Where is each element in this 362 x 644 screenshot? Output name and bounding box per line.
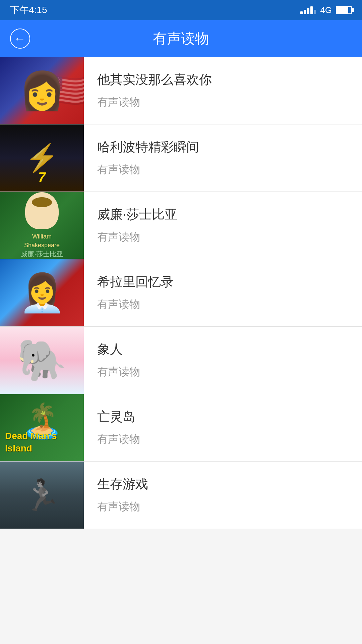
back-arrow-icon: ← [14, 33, 26, 45]
list-item[interactable]: William Shakespeare 威廉·莎士比亚 威廉·莎士比亚 有声读物 [0, 192, 362, 259]
item-title: 希拉里回忆录 [97, 274, 352, 290]
item-info: 生存游戏 有声读物 [84, 462, 362, 529]
item-title: 他其实没那么喜欢你 [97, 71, 352, 88]
item-title: 哈利波特精彩瞬间 [97, 139, 352, 155]
item-info: 哈利波特精彩瞬间 有声读物 [84, 124, 362, 192]
shakespeare-subtitle: 威廉·莎士比亚 [21, 250, 63, 259]
deadman-label: Dead Man's Island [5, 430, 57, 454]
item-thumbnail [0, 259, 84, 326]
status-time: 下午4:15 [10, 4, 47, 16]
item-thumbnail [0, 327, 84, 394]
item-thumbnail [0, 462, 84, 529]
item-title: 象人 [97, 341, 352, 358]
hp-number: 7 [38, 170, 46, 185]
item-subtitle: 有声读物 [97, 499, 352, 514]
item-info: 威廉·莎士比亚 有声读物 [84, 192, 362, 259]
audiobook-list: 他其实没那么喜欢你 有声读物 7 哈利波特精彩瞬间 有声读物 William S… [0, 57, 362, 529]
item-subtitle: 有声读物 [97, 95, 352, 110]
list-item[interactable]: Dead Man's Island 亡灵岛 有声读物 [0, 394, 362, 462]
item-info: 象人 有声读物 [84, 327, 362, 394]
item-subtitle: 有声读物 [97, 162, 352, 177]
item-title: 生存游戏 [97, 476, 352, 492]
item-subtitle: 有声读物 [97, 230, 352, 245]
back-button[interactable]: ← [10, 29, 30, 49]
shakespeare-text: William Shakespeare [24, 232, 60, 249]
list-item[interactable]: 生存游戏 有声读物 [0, 462, 362, 529]
list-item[interactable]: 象人 有声读物 [0, 327, 362, 394]
item-title: 亡灵岛 [97, 409, 352, 425]
item-info: 亡灵岛 有声读物 [84, 394, 362, 461]
item-thumbnail: William Shakespeare 威廉·莎士比亚 [0, 192, 84, 259]
list-item[interactable]: 7 哈利波特精彩瞬间 有声读物 [0, 124, 362, 192]
item-thumbnail [0, 57, 84, 124]
item-info: 他其实没那么喜欢你 有声读物 [84, 57, 362, 124]
item-subtitle: 有声读物 [97, 297, 352, 312]
item-subtitle: 有声读物 [97, 432, 352, 447]
item-thumbnail: 7 [0, 124, 84, 192]
status-bar: 下午4:15 4G [0, 0, 362, 20]
item-title: 威廉·莎士比亚 [97, 206, 352, 223]
item-thumbnail: Dead Man's Island [0, 394, 84, 461]
header: ← 有声读物 [0, 20, 362, 57]
page-title: 有声读物 [30, 29, 332, 48]
battery-icon [336, 6, 352, 14]
list-item[interactable]: 他其实没那么喜欢你 有声读物 [0, 57, 362, 124]
item-subtitle: 有声读物 [97, 365, 352, 379]
list-item[interactable]: 希拉里回忆录 有声读物 [0, 259, 362, 327]
network-label: 4G [320, 5, 332, 15]
shakespeare-portrait [25, 192, 59, 229]
status-right: 4G [300, 5, 352, 15]
signal-icon [300, 6, 316, 14]
item-info: 希拉里回忆录 有声读物 [84, 259, 362, 326]
